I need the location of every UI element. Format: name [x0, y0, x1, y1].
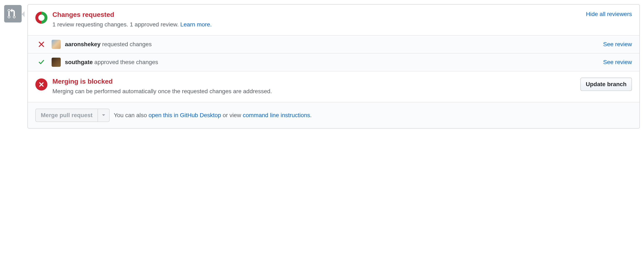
review-summary-text: 1 review requesting changes. 1 approved … [52, 21, 180, 28]
reviewer-text: aaronshekey requested changes [65, 41, 599, 48]
reviewer-username[interactable]: southgate [65, 59, 93, 65]
footer-text-suffix: . [310, 112, 312, 118]
review-summary-section: Changes requested 1 review requesting ch… [28, 4, 640, 36]
footer-help-text: You can also open this in GitHub Desktop… [114, 112, 312, 118]
merge-blocked-section: Merging is blocked Merging can be perfor… [28, 71, 640, 102]
merge-footer: Merge pull request You can also open thi… [28, 102, 640, 128]
avatar[interactable] [52, 40, 61, 49]
reviewer-action: approved these changes [93, 59, 158, 65]
reviewer-row: southgate approved these changes See rev… [28, 54, 640, 71]
reviewer-text: southgate approved these changes [65, 59, 599, 66]
see-review-link[interactable]: See review [603, 41, 632, 48]
merge-blocked-title: Merging is blocked [52, 78, 575, 85]
reviewer-row: aaronshekey requested changes See review [28, 36, 640, 54]
footer-text-middle: or view [221, 112, 243, 118]
footer-text-prefix: You can also [114, 112, 148, 118]
merge-pull-request-button[interactable]: Merge pull request [35, 108, 98, 122]
avatar[interactable] [52, 58, 61, 67]
reviewer-username[interactable]: aaronshekey [65, 41, 100, 48]
cli-instructions-link[interactable]: command line instructions [243, 112, 310, 118]
review-summary-description: 1 review requesting changes. 1 approved … [52, 20, 581, 29]
open-desktop-link[interactable]: open this in GitHub Desktop [148, 112, 221, 118]
merge-button-group: Merge pull request [35, 108, 110, 122]
approved-icon [35, 59, 48, 65]
review-summary-title: Changes requested [52, 11, 581, 18]
chevron-down-icon [102, 114, 106, 116]
changes-requested-icon [35, 42, 48, 47]
reviewer-action: requested changes [100, 41, 152, 48]
update-branch-button[interactable]: Update branch [580, 78, 632, 91]
learn-more-link[interactable]: Learn more. [180, 21, 212, 28]
pull-request-icon [4, 5, 22, 22]
merge-status-box: Changes requested 1 review requesting ch… [28, 4, 640, 128]
merge-dropdown-button[interactable] [98, 108, 110, 122]
toggle-reviewers-link[interactable]: Hide all reviewers [586, 11, 632, 17]
merge-blocked-description: Merging can be performed automatically o… [52, 87, 575, 96]
blocked-x-icon [35, 78, 48, 90]
review-status-donut-icon [35, 12, 48, 24]
see-review-link[interactable]: See review [603, 59, 632, 66]
